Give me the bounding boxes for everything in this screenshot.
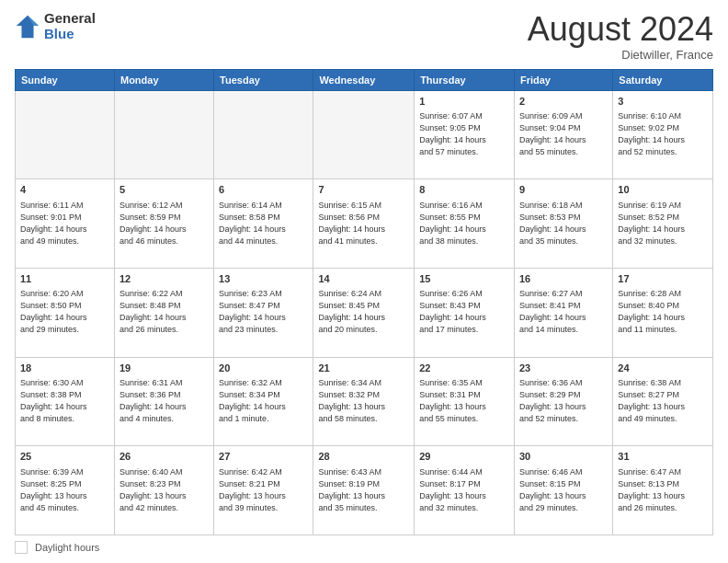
logo-general-text: General: [44, 11, 96, 27]
day-number: 13: [219, 272, 308, 286]
col-friday: Friday: [514, 69, 612, 90]
day-number: 22: [419, 362, 509, 375]
calendar-cell: [114, 90, 213, 179]
calendar-cell: 25Sunrise: 6:39 AM Sunset: 8:25 PM Dayli…: [16, 446, 115, 535]
calendar-cell: 23Sunrise: 6:36 AM Sunset: 8:29 PM Dayli…: [514, 357, 612, 446]
day-info: Sunrise: 6:27 AM Sunset: 8:41 PM Dayligh…: [519, 288, 608, 336]
calendar-cell: 6Sunrise: 6:14 AM Sunset: 8:58 PM Daylig…: [214, 179, 313, 269]
calendar-cell: 18Sunrise: 6:30 AM Sunset: 8:38 PM Dayli…: [16, 357, 115, 446]
day-info: Sunrise: 6:09 AM Sunset: 9:04 PM Dayligh…: [519, 110, 608, 158]
day-number: 16: [519, 272, 608, 286]
day-info: Sunrise: 6:19 AM Sunset: 8:52 PM Dayligh…: [618, 200, 708, 247]
day-number: 27: [219, 450, 308, 464]
day-info: Sunrise: 6:42 AM Sunset: 8:21 PM Dayligh…: [219, 466, 308, 514]
calendar-cell: 4Sunrise: 6:11 AM Sunset: 9:01 PM Daylig…: [16, 179, 115, 269]
calendar-cell: [214, 90, 313, 179]
day-info: Sunrise: 6:47 AM Sunset: 8:13 PM Dayligh…: [618, 466, 708, 514]
calendar-cell: 19Sunrise: 6:31 AM Sunset: 8:36 PM Dayli…: [114, 357, 213, 446]
header-row: Sunday Monday Tuesday Wednesday Thursday…: [16, 69, 713, 90]
calendar-week-4: 18Sunrise: 6:30 AM Sunset: 8:38 PM Dayli…: [16, 357, 713, 446]
calendar-cell: 16Sunrise: 6:27 AM Sunset: 8:41 PM Dayli…: [514, 268, 612, 357]
col-thursday: Thursday: [415, 69, 515, 90]
day-number: 30: [519, 450, 608, 464]
day-info: Sunrise: 6:35 AM Sunset: 8:31 PM Dayligh…: [419, 377, 509, 425]
calendar-cell: 28Sunrise: 6:43 AM Sunset: 8:19 PM Dayli…: [313, 446, 415, 535]
calendar-cell: 13Sunrise: 6:23 AM Sunset: 8:47 PM Dayli…: [214, 268, 313, 357]
location-subtitle: Dietwiller, France: [528, 48, 713, 62]
calendar-table: Sunday Monday Tuesday Wednesday Thursday…: [15, 69, 713, 535]
day-info: Sunrise: 6:43 AM Sunset: 8:19 PM Dayligh…: [318, 466, 409, 514]
calendar-cell: 20Sunrise: 6:32 AM Sunset: 8:34 PM Dayli…: [214, 357, 313, 446]
day-number: 20: [219, 362, 308, 375]
calendar-cell: 15Sunrise: 6:26 AM Sunset: 8:43 PM Dayli…: [415, 268, 515, 357]
day-number: 6: [219, 183, 308, 197]
calendar-week-2: 4Sunrise: 6:11 AM Sunset: 9:01 PM Daylig…: [16, 179, 713, 269]
svg-marker-0: [17, 15, 39, 37]
footer: Daylight hours: [15, 541, 713, 554]
day-number: 9: [519, 183, 608, 197]
day-info: Sunrise: 6:38 AM Sunset: 8:27 PM Dayligh…: [618, 377, 708, 425]
day-number: 29: [419, 450, 509, 464]
calendar-cell: 7Sunrise: 6:15 AM Sunset: 8:56 PM Daylig…: [313, 179, 415, 269]
day-info: Sunrise: 6:20 AM Sunset: 8:50 PM Dayligh…: [20, 288, 109, 336]
day-number: 3: [618, 95, 708, 109]
calendar-cell: 26Sunrise: 6:40 AM Sunset: 8:23 PM Dayli…: [114, 446, 213, 535]
day-number: 26: [119, 450, 209, 464]
title-section: August 2024 Dietwiller, France: [528, 11, 713, 62]
col-tuesday: Tuesday: [214, 69, 313, 90]
day-info: Sunrise: 6:39 AM Sunset: 8:25 PM Dayligh…: [20, 466, 109, 514]
calendar-cell: 2Sunrise: 6:09 AM Sunset: 9:04 PM Daylig…: [514, 90, 612, 179]
day-number: 12: [119, 272, 209, 286]
day-number: 31: [618, 450, 708, 464]
calendar-cell: 21Sunrise: 6:34 AM Sunset: 8:32 PM Dayli…: [313, 357, 415, 446]
calendar-cell: 17Sunrise: 6:28 AM Sunset: 8:40 PM Dayli…: [613, 268, 713, 357]
day-info: Sunrise: 6:14 AM Sunset: 8:58 PM Dayligh…: [219, 200, 308, 247]
day-info: Sunrise: 6:36 AM Sunset: 8:29 PM Dayligh…: [519, 377, 608, 425]
day-info: Sunrise: 6:46 AM Sunset: 8:15 PM Dayligh…: [519, 466, 608, 514]
calendar-cell: 30Sunrise: 6:46 AM Sunset: 8:15 PM Dayli…: [514, 446, 612, 535]
day-info: Sunrise: 6:18 AM Sunset: 8:53 PM Dayligh…: [519, 200, 608, 247]
col-wednesday: Wednesday: [313, 69, 415, 90]
day-number: 23: [519, 362, 608, 375]
calendar-cell: 24Sunrise: 6:38 AM Sunset: 8:27 PM Dayli…: [613, 357, 713, 446]
day-info: Sunrise: 6:24 AM Sunset: 8:45 PM Dayligh…: [318, 288, 409, 336]
logo-blue-text: Blue: [44, 27, 96, 42]
calendar-cell: 1Sunrise: 6:07 AM Sunset: 9:05 PM Daylig…: [415, 90, 515, 179]
day-number: 1: [419, 95, 509, 109]
calendar-cell: 29Sunrise: 6:44 AM Sunset: 8:17 PM Dayli…: [415, 446, 515, 535]
logo-icon: [15, 14, 40, 40]
calendar-cell: 5Sunrise: 6:12 AM Sunset: 8:59 PM Daylig…: [114, 179, 213, 269]
col-saturday: Saturday: [613, 69, 713, 90]
day-info: Sunrise: 6:40 AM Sunset: 8:23 PM Dayligh…: [119, 466, 209, 514]
day-info: Sunrise: 6:31 AM Sunset: 8:36 PM Dayligh…: [119, 377, 209, 425]
day-number: 18: [20, 362, 109, 375]
calendar-cell: 10Sunrise: 6:19 AM Sunset: 8:52 PM Dayli…: [613, 179, 713, 269]
day-info: Sunrise: 6:30 AM Sunset: 8:38 PM Dayligh…: [20, 377, 109, 425]
col-sunday: Sunday: [16, 69, 115, 90]
calendar-cell: 22Sunrise: 6:35 AM Sunset: 8:31 PM Dayli…: [415, 357, 515, 446]
calendar-cell: 3Sunrise: 6:10 AM Sunset: 9:02 PM Daylig…: [613, 90, 713, 179]
day-number: 15: [419, 272, 509, 286]
day-info: Sunrise: 6:16 AM Sunset: 8:55 PM Dayligh…: [419, 200, 509, 247]
day-info: Sunrise: 6:34 AM Sunset: 8:32 PM Dayligh…: [318, 377, 409, 425]
calendar-cell: 27Sunrise: 6:42 AM Sunset: 8:21 PM Dayli…: [214, 446, 313, 535]
month-title: August 2024: [528, 11, 713, 48]
col-monday: Monday: [114, 69, 213, 90]
day-number: 28: [318, 450, 409, 464]
day-info: Sunrise: 6:26 AM Sunset: 8:43 PM Dayligh…: [419, 288, 509, 336]
day-info: Sunrise: 6:22 AM Sunset: 8:48 PM Dayligh…: [119, 288, 209, 336]
day-info: Sunrise: 6:15 AM Sunset: 8:56 PM Dayligh…: [318, 200, 409, 247]
day-number: 19: [119, 362, 209, 375]
day-number: 21: [318, 362, 409, 375]
calendar-cell: 12Sunrise: 6:22 AM Sunset: 8:48 PM Dayli…: [114, 268, 213, 357]
day-info: Sunrise: 6:28 AM Sunset: 8:40 PM Dayligh…: [618, 288, 708, 336]
calendar-cell: 31Sunrise: 6:47 AM Sunset: 8:13 PM Dayli…: [613, 446, 713, 535]
calendar-week-5: 25Sunrise: 6:39 AM Sunset: 8:25 PM Dayli…: [16, 446, 713, 535]
calendar-cell: 9Sunrise: 6:18 AM Sunset: 8:53 PM Daylig…: [514, 179, 612, 269]
day-number: 2: [519, 95, 608, 109]
day-number: 10: [618, 183, 708, 197]
day-number: 7: [318, 183, 409, 197]
day-info: Sunrise: 6:44 AM Sunset: 8:17 PM Dayligh…: [419, 466, 509, 514]
header: General Blue August 2024 Dietwiller, Fra…: [15, 11, 713, 62]
calendar-cell: 14Sunrise: 6:24 AM Sunset: 8:45 PM Dayli…: [313, 268, 415, 357]
